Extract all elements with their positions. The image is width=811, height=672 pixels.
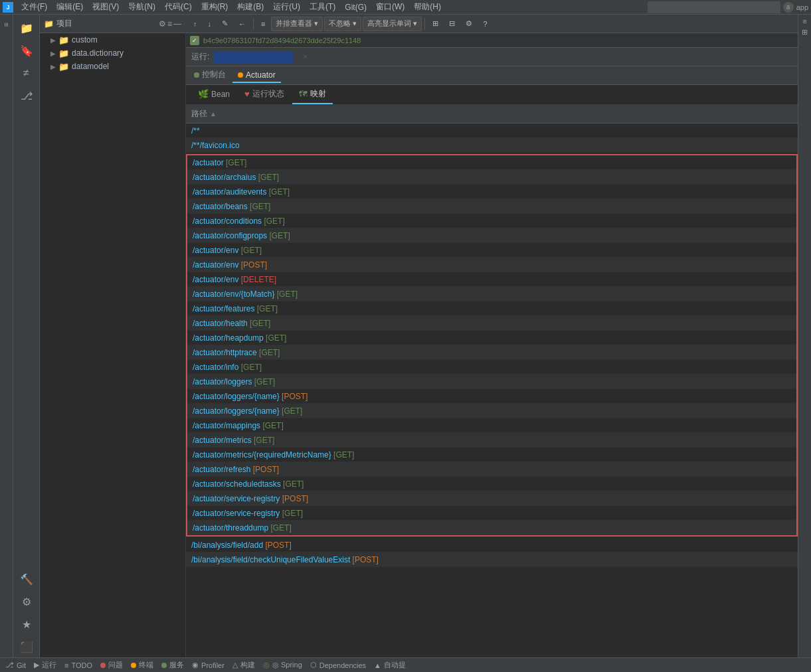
table-row[interactable]: /actuator/metrics [GET] OperationHandler… bbox=[187, 433, 796, 448]
btn-lines[interactable]: ≡ bbox=[256, 17, 270, 31]
status-problems[interactable]: 问题 bbox=[100, 660, 123, 670]
table-row[interactable]: /actuator/beans [GET] OperationHandler#h… bbox=[187, 199, 796, 214]
table-row[interactable]: /actuator/loggers/{name} [POST] Operatio… bbox=[187, 389, 796, 404]
table-row[interactable]: /actuator/configprops [GET] OperationHan… bbox=[187, 228, 796, 243]
sep2 bbox=[424, 18, 425, 30]
act-tab-status[interactable]: ♥ 运行状态 bbox=[238, 86, 291, 104]
menu-item-nav[interactable]: 导航(N) bbox=[124, 0, 159, 15]
menu-item-code[interactable]: 代码(C) bbox=[161, 0, 196, 15]
btn-ignore[interactable]: 不忽略 ▾ bbox=[324, 17, 361, 31]
status-services[interactable]: 服务 bbox=[161, 660, 184, 670]
menu-bar: J 文件(F) 编辑(E) 视图(V) 导航(N) 代码(C) 重构(R) 构建… bbox=[0, 0, 811, 15]
table-row[interactable]: /actuator/refresh [POST] OperationHandle… bbox=[187, 462, 796, 477]
table-row[interactable]: /actuator/mappings [GET] OperationHandle… bbox=[187, 418, 796, 433]
run-close-btn[interactable]: ✕ bbox=[302, 52, 308, 61]
btn-up[interactable]: ↑ bbox=[189, 17, 202, 31]
table-row[interactable]: /bi/analysis/field/checkUniqueFiledValue… bbox=[186, 552, 798, 567]
table-row[interactable]: /actuator/archaius [GET] OperationHandle… bbox=[187, 170, 796, 185]
btn-help[interactable]: ? bbox=[478, 17, 492, 31]
menu-item-help[interactable]: 帮助(H) bbox=[410, 0, 445, 15]
hash-value: b4c9e07863107fd72d8494d2673dde25f29c1148 bbox=[203, 37, 361, 44]
right-icon-2[interactable]: ⊞ bbox=[802, 28, 808, 37]
project-settings-btn[interactable]: ⚙ bbox=[159, 19, 166, 29]
sidebar-icon-git[interactable]: ⎇ bbox=[16, 85, 37, 106]
menu-item-edit[interactable]: 编辑(E) bbox=[52, 0, 87, 15]
sort-icon[interactable]: ▲ bbox=[210, 110, 217, 118]
spring-icon: ◎ bbox=[263, 661, 270, 669]
table-row[interactable]: /**/favicon.ico bbox=[186, 138, 798, 153]
status-run[interactable]: ▶ 运行 bbox=[34, 660, 56, 670]
status-spring[interactable]: ◎ ◎ Spring bbox=[263, 661, 302, 669]
btn-back[interactable]: ← bbox=[234, 17, 250, 31]
btn-gear[interactable]: ⚙ bbox=[461, 17, 477, 31]
project-minimize-btn[interactable]: — bbox=[173, 19, 181, 29]
status-autopush[interactable]: ▲ 自动提 bbox=[374, 660, 406, 670]
sidebar-icon-folder[interactable]: 📁 bbox=[16, 17, 37, 39]
run-name bbox=[213, 51, 293, 63]
status-git[interactable]: ⎇ Git bbox=[5, 661, 26, 669]
btn-side-viewer[interactable]: 并排查看器 ▾ bbox=[271, 17, 323, 31]
run-panel-tabs: 控制台 Actuator bbox=[186, 66, 798, 85]
table-row[interactable]: /actuator/scheduledtasks [GET] Operation… bbox=[187, 477, 796, 491]
tab-actuator[interactable]: Actuator bbox=[232, 68, 281, 83]
menu-item-refactor[interactable]: 重构(R) bbox=[197, 0, 232, 15]
menu-item-view[interactable]: 视图(V) bbox=[88, 0, 123, 15]
table-row[interactable]: /actuator/health [GET] OperationHandler#… bbox=[187, 316, 796, 331]
menu-item-git[interactable]: Git(G) bbox=[341, 0, 371, 15]
run-panel-header: 运行: ✕ bbox=[186, 48, 798, 66]
table-row[interactable]: /actuator/loggers/{name} [GET] Operation… bbox=[187, 404, 796, 418]
bean-icon: 🌿 bbox=[198, 89, 209, 99]
status-todo[interactable]: ≡ TODO bbox=[64, 661, 92, 669]
status-build[interactable]: △ 构建 bbox=[232, 660, 255, 670]
act-tab-mapping[interactable]: 🗺 映射 bbox=[292, 86, 333, 104]
tree-item-custom[interactable]: ▶ 📁 custom bbox=[40, 33, 185, 46]
content-area: ↑ ↓ ✎ ← ≡ 并排查看器 ▾ 不忽略 ▾ 高亮显示单词 ▾ bbox=[186, 15, 798, 657]
tree-item-data-dictionary[interactable]: ▶ 📁 data.dictionary bbox=[40, 46, 185, 60]
sidebar-icon-bookmark[interactable]: ★ bbox=[16, 614, 37, 635]
menu-item-window[interactable]: 窗口(W) bbox=[372, 0, 408, 15]
table-row[interactable]: /actuator/metrics/{requiredMetricName} [… bbox=[187, 448, 796, 462]
project-expand-btn[interactable]: ≡ bbox=[167, 19, 172, 29]
table-row[interactable]: /actuator/env/{toMatch} [GET] OperationH… bbox=[187, 287, 796, 301]
table-row[interactable]: /actuator/features [GET] OperationHandle… bbox=[187, 301, 796, 316]
status-dependencies[interactable]: ⬡ Dependencies bbox=[310, 661, 366, 669]
sidebar-icon-settings[interactable]: ⚙ bbox=[16, 591, 37, 612]
right-icon-1[interactable]: ≡ bbox=[802, 17, 806, 25]
sidebar-icon-terminal[interactable]: ⬛ bbox=[16, 636, 37, 657]
table-row[interactable]: /actuator/loggers [GET] OperationHandler… bbox=[187, 375, 796, 389]
table-row[interactable]: /actuator/env [DELETE] OperationHandler#… bbox=[187, 272, 796, 287]
table-row[interactable]: /bi/analysis/field/add [POST] BaseContro… bbox=[186, 538, 798, 552]
table-row[interactable]: /actuator/threaddump [GET] OperationHand… bbox=[187, 521, 796, 535]
status-profiler[interactable]: ◉ Profiler bbox=[192, 661, 225, 669]
menu-item-build[interactable]: 构建(B) bbox=[233, 0, 268, 15]
menu-item-file[interactable]: 文件(F) bbox=[17, 0, 51, 15]
table-row[interactable]: /** bbox=[186, 124, 798, 138]
menu-item-tools[interactable]: 工具(T) bbox=[306, 0, 339, 15]
table-row[interactable]: /actuator [GET] WebMvcEndpointHandlerMap… bbox=[187, 155, 796, 170]
table-row[interactable]: /actuator/heapdump [GET] OperationHandle… bbox=[187, 331, 796, 345]
table-row[interactable]: /actuator/service-registry [POST] Operat… bbox=[187, 491, 796, 506]
table-row[interactable]: /actuator/auditevents [GET] OperationHan… bbox=[187, 185, 796, 199]
sidebar-icon-build[interactable]: 🔨 bbox=[16, 568, 37, 590]
table-row[interactable]: /actuator/info [GET] OperationHandler#ha… bbox=[187, 360, 796, 375]
table-row[interactable]: /actuator/conditions [GET] OperationHand… bbox=[187, 214, 796, 228]
btn-highlight[interactable]: 高亮显示单词 ▾ bbox=[363, 17, 422, 31]
table-row[interactable]: /actuator/service-registry [GET] Operati… bbox=[187, 506, 796, 521]
status-terminal[interactable]: 终端 bbox=[131, 660, 153, 670]
tab-console[interactable]: 控制台 bbox=[189, 68, 231, 83]
tree-item-datamodel[interactable]: ▶ 📁 datamodel bbox=[40, 60, 185, 73]
btn-down[interactable]: ↓ bbox=[203, 17, 217, 31]
table-row[interactable]: /actuator/env [GET] OperationHandler#han… bbox=[187, 243, 796, 258]
table-row[interactable]: /actuator/httptrace [GET] OperationHandl… bbox=[187, 345, 796, 360]
table-row[interactable]: /actuator/env [POST] OperationHandler#ha… bbox=[187, 258, 796, 272]
left-icon-1[interactable]: ≡ bbox=[3, 20, 11, 29]
btn-split2[interactable]: ⊟ bbox=[444, 17, 460, 31]
act-tab-bean[interactable]: 🌿 Bean bbox=[191, 86, 236, 104]
git-icon: ⎇ bbox=[5, 661, 14, 669]
hash-bar: ✓ b4c9e07863107fd72d8494d2673dde25f29c11… bbox=[186, 33, 798, 48]
sidebar-icon-diff[interactable]: ≠ bbox=[16, 62, 37, 84]
menu-item-run[interactable]: 运行(U) bbox=[269, 0, 304, 15]
btn-edit[interactable]: ✎ bbox=[217, 17, 232, 31]
btn-split[interactable]: ⊞ bbox=[428, 17, 443, 31]
sidebar-icon-structure[interactable]: 🔖 bbox=[16, 40, 37, 61]
